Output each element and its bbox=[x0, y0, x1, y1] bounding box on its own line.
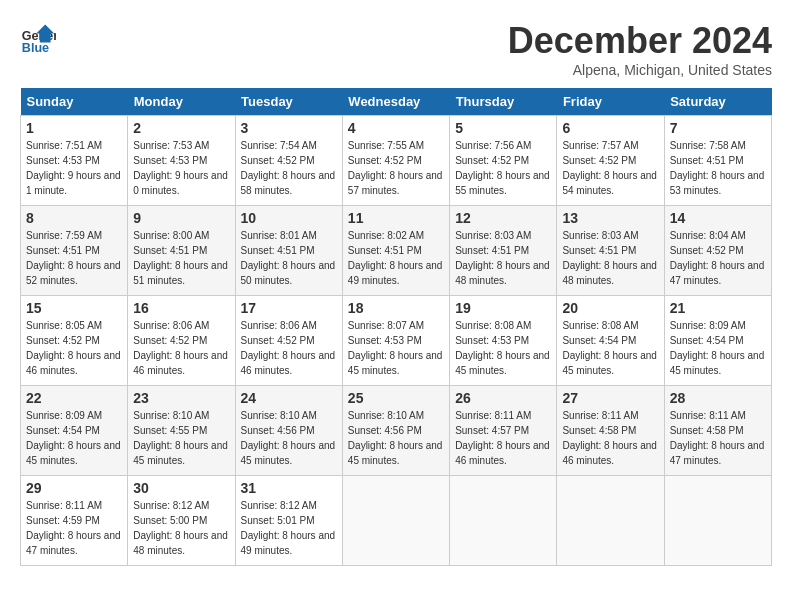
day-number: 20 bbox=[562, 300, 658, 316]
week-row-5: 29Sunrise: 8:11 AMSunset: 4:59 PMDayligh… bbox=[21, 476, 772, 566]
day-cell: 12Sunrise: 8:03 AMSunset: 4:51 PMDayligh… bbox=[450, 206, 557, 296]
day-cell: 24Sunrise: 8:10 AMSunset: 4:56 PMDayligh… bbox=[235, 386, 342, 476]
day-number: 17 bbox=[241, 300, 337, 316]
day-number: 23 bbox=[133, 390, 229, 406]
week-row-4: 22Sunrise: 8:09 AMSunset: 4:54 PMDayligh… bbox=[21, 386, 772, 476]
day-cell: 5Sunrise: 7:56 AMSunset: 4:52 PMDaylight… bbox=[450, 116, 557, 206]
day-number: 29 bbox=[26, 480, 122, 496]
day-info: Sunrise: 7:55 AMSunset: 4:52 PMDaylight:… bbox=[348, 138, 444, 198]
day-cell: 30Sunrise: 8:12 AMSunset: 5:00 PMDayligh… bbox=[128, 476, 235, 566]
day-number: 22 bbox=[26, 390, 122, 406]
day-info: Sunrise: 8:00 AMSunset: 4:51 PMDaylight:… bbox=[133, 228, 229, 288]
week-row-3: 15Sunrise: 8:05 AMSunset: 4:52 PMDayligh… bbox=[21, 296, 772, 386]
day-cell: 20Sunrise: 8:08 AMSunset: 4:54 PMDayligh… bbox=[557, 296, 664, 386]
day-number: 26 bbox=[455, 390, 551, 406]
day-cell: 23Sunrise: 8:10 AMSunset: 4:55 PMDayligh… bbox=[128, 386, 235, 476]
day-number: 30 bbox=[133, 480, 229, 496]
day-number: 13 bbox=[562, 210, 658, 226]
day-info: Sunrise: 8:01 AMSunset: 4:51 PMDaylight:… bbox=[241, 228, 337, 288]
col-header-monday: Monday bbox=[128, 88, 235, 116]
day-cell bbox=[557, 476, 664, 566]
col-header-friday: Friday bbox=[557, 88, 664, 116]
logo: General Blue bbox=[20, 20, 56, 56]
day-cell: 28Sunrise: 8:11 AMSunset: 4:58 PMDayligh… bbox=[664, 386, 771, 476]
day-cell: 14Sunrise: 8:04 AMSunset: 4:52 PMDayligh… bbox=[664, 206, 771, 296]
day-info: Sunrise: 8:11 AMSunset: 4:58 PMDaylight:… bbox=[562, 408, 658, 468]
day-number: 19 bbox=[455, 300, 551, 316]
day-info: Sunrise: 8:12 AMSunset: 5:01 PMDaylight:… bbox=[241, 498, 337, 558]
week-row-1: 1Sunrise: 7:51 AMSunset: 4:53 PMDaylight… bbox=[21, 116, 772, 206]
calendar-table: SundayMondayTuesdayWednesdayThursdayFrid… bbox=[20, 88, 772, 566]
day-info: Sunrise: 8:10 AMSunset: 4:55 PMDaylight:… bbox=[133, 408, 229, 468]
day-cell bbox=[342, 476, 449, 566]
day-cell: 19Sunrise: 8:08 AMSunset: 4:53 PMDayligh… bbox=[450, 296, 557, 386]
logo-icon: General Blue bbox=[20, 20, 56, 56]
day-number: 10 bbox=[241, 210, 337, 226]
day-info: Sunrise: 8:11 AMSunset: 4:59 PMDaylight:… bbox=[26, 498, 122, 558]
day-info: Sunrise: 8:12 AMSunset: 5:00 PMDaylight:… bbox=[133, 498, 229, 558]
week-row-2: 8Sunrise: 7:59 AMSunset: 4:51 PMDaylight… bbox=[21, 206, 772, 296]
day-cell: 2Sunrise: 7:53 AMSunset: 4:53 PMDaylight… bbox=[128, 116, 235, 206]
day-info: Sunrise: 8:06 AMSunset: 4:52 PMDaylight:… bbox=[133, 318, 229, 378]
day-number: 5 bbox=[455, 120, 551, 136]
day-number: 16 bbox=[133, 300, 229, 316]
day-number: 24 bbox=[241, 390, 337, 406]
day-number: 18 bbox=[348, 300, 444, 316]
day-info: Sunrise: 7:57 AMSunset: 4:52 PMDaylight:… bbox=[562, 138, 658, 198]
day-number: 15 bbox=[26, 300, 122, 316]
day-info: Sunrise: 8:08 AMSunset: 4:54 PMDaylight:… bbox=[562, 318, 658, 378]
day-number: 6 bbox=[562, 120, 658, 136]
col-header-sunday: Sunday bbox=[21, 88, 128, 116]
day-info: Sunrise: 7:56 AMSunset: 4:52 PMDaylight:… bbox=[455, 138, 551, 198]
day-cell bbox=[664, 476, 771, 566]
day-info: Sunrise: 8:03 AMSunset: 4:51 PMDaylight:… bbox=[455, 228, 551, 288]
day-info: Sunrise: 8:05 AMSunset: 4:52 PMDaylight:… bbox=[26, 318, 122, 378]
day-info: Sunrise: 7:59 AMSunset: 4:51 PMDaylight:… bbox=[26, 228, 122, 288]
day-cell: 17Sunrise: 8:06 AMSunset: 4:52 PMDayligh… bbox=[235, 296, 342, 386]
col-header-thursday: Thursday bbox=[450, 88, 557, 116]
day-cell: 16Sunrise: 8:06 AMSunset: 4:52 PMDayligh… bbox=[128, 296, 235, 386]
day-info: Sunrise: 7:53 AMSunset: 4:53 PMDaylight:… bbox=[133, 138, 229, 198]
day-cell: 21Sunrise: 8:09 AMSunset: 4:54 PMDayligh… bbox=[664, 296, 771, 386]
day-info: Sunrise: 8:09 AMSunset: 4:54 PMDaylight:… bbox=[670, 318, 766, 378]
page-header: General Blue December 2024 Alpena, Michi… bbox=[20, 20, 772, 78]
day-number: 25 bbox=[348, 390, 444, 406]
day-number: 2 bbox=[133, 120, 229, 136]
day-info: Sunrise: 8:10 AMSunset: 4:56 PMDaylight:… bbox=[348, 408, 444, 468]
col-header-saturday: Saturday bbox=[664, 88, 771, 116]
month-title: December 2024 bbox=[508, 20, 772, 62]
day-info: Sunrise: 8:07 AMSunset: 4:53 PMDaylight:… bbox=[348, 318, 444, 378]
day-number: 14 bbox=[670, 210, 766, 226]
day-info: Sunrise: 8:06 AMSunset: 4:52 PMDaylight:… bbox=[241, 318, 337, 378]
day-cell: 4Sunrise: 7:55 AMSunset: 4:52 PMDaylight… bbox=[342, 116, 449, 206]
day-info: Sunrise: 8:04 AMSunset: 4:52 PMDaylight:… bbox=[670, 228, 766, 288]
col-header-wednesday: Wednesday bbox=[342, 88, 449, 116]
day-cell: 1Sunrise: 7:51 AMSunset: 4:53 PMDaylight… bbox=[21, 116, 128, 206]
day-info: Sunrise: 7:58 AMSunset: 4:51 PMDaylight:… bbox=[670, 138, 766, 198]
day-number: 3 bbox=[241, 120, 337, 136]
day-cell: 18Sunrise: 8:07 AMSunset: 4:53 PMDayligh… bbox=[342, 296, 449, 386]
day-info: Sunrise: 7:51 AMSunset: 4:53 PMDaylight:… bbox=[26, 138, 122, 198]
day-info: Sunrise: 8:03 AMSunset: 4:51 PMDaylight:… bbox=[562, 228, 658, 288]
header-row: SundayMondayTuesdayWednesdayThursdayFrid… bbox=[21, 88, 772, 116]
day-info: Sunrise: 8:08 AMSunset: 4:53 PMDaylight:… bbox=[455, 318, 551, 378]
day-number: 8 bbox=[26, 210, 122, 226]
day-cell: 13Sunrise: 8:03 AMSunset: 4:51 PMDayligh… bbox=[557, 206, 664, 296]
day-cell: 8Sunrise: 7:59 AMSunset: 4:51 PMDaylight… bbox=[21, 206, 128, 296]
day-number: 27 bbox=[562, 390, 658, 406]
day-cell: 31Sunrise: 8:12 AMSunset: 5:01 PMDayligh… bbox=[235, 476, 342, 566]
day-cell: 10Sunrise: 8:01 AMSunset: 4:51 PMDayligh… bbox=[235, 206, 342, 296]
day-cell: 26Sunrise: 8:11 AMSunset: 4:57 PMDayligh… bbox=[450, 386, 557, 476]
day-number: 28 bbox=[670, 390, 766, 406]
day-number: 7 bbox=[670, 120, 766, 136]
day-cell: 22Sunrise: 8:09 AMSunset: 4:54 PMDayligh… bbox=[21, 386, 128, 476]
day-cell bbox=[450, 476, 557, 566]
day-number: 4 bbox=[348, 120, 444, 136]
day-cell: 7Sunrise: 7:58 AMSunset: 4:51 PMDaylight… bbox=[664, 116, 771, 206]
day-info: Sunrise: 8:09 AMSunset: 4:54 PMDaylight:… bbox=[26, 408, 122, 468]
day-number: 1 bbox=[26, 120, 122, 136]
day-number: 31 bbox=[241, 480, 337, 496]
day-cell: 27Sunrise: 8:11 AMSunset: 4:58 PMDayligh… bbox=[557, 386, 664, 476]
day-info: Sunrise: 8:10 AMSunset: 4:56 PMDaylight:… bbox=[241, 408, 337, 468]
day-cell: 3Sunrise: 7:54 AMSunset: 4:52 PMDaylight… bbox=[235, 116, 342, 206]
